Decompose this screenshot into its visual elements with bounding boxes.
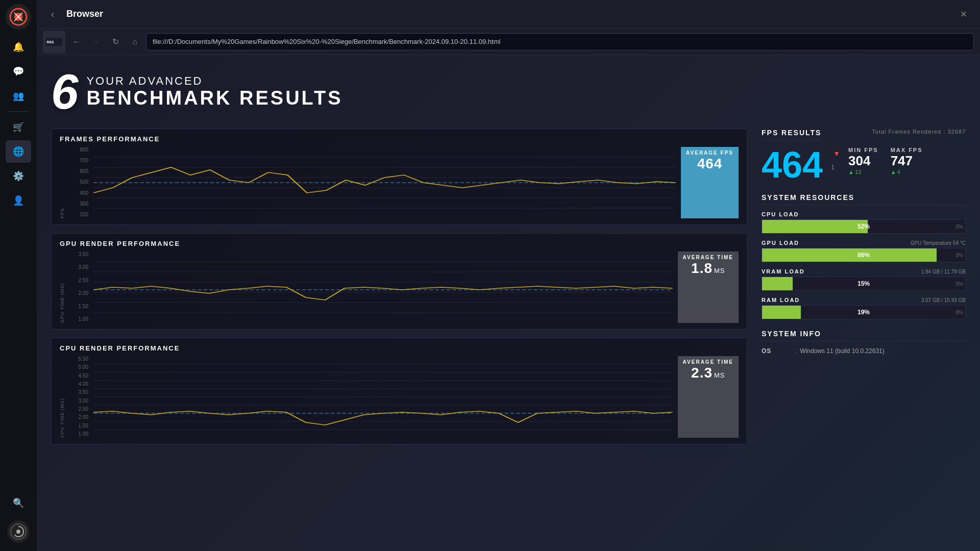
benchmark-page: 6 YOUR ADVANCED BENCHMARK RESULTS FRAMES… bbox=[37, 55, 980, 551]
fps-min-value: 304 bbox=[848, 153, 878, 169]
fps-min-change: ▲ 13 bbox=[848, 169, 878, 175]
fps-change-value: 1 bbox=[831, 164, 840, 171]
bell-icon: 🔔 bbox=[13, 41, 24, 53]
fps-max-stat: MAX FPS 747 ▲ 4 bbox=[891, 147, 923, 175]
frames-chart-area bbox=[93, 147, 676, 218]
gpu-load-item: GPU LOAD GPU Temperature 54 °C 86% 0% bbox=[762, 240, 966, 262]
window-title: Browser bbox=[66, 9, 955, 19]
sidebar-item-chat[interactable]: 💬 bbox=[6, 60, 31, 83]
fps-min-label: MIN FPS bbox=[848, 147, 878, 153]
vram-load-item: VRAM LOAD 1.84 GB / 11.79 GB 15% 0% bbox=[762, 268, 966, 291]
profile-icon: 👤 bbox=[13, 195, 24, 206]
fps-main: 464 ▼ 1 MIN FPS 304 ▲ bbox=[762, 146, 966, 183]
cpu-y-axis: 5.50 5.00 4.50 4.00 3.50 3.00 2.50 2.00 … bbox=[72, 356, 88, 438]
frames-y-axis: 800 700 600 500 400 300 200 bbox=[72, 147, 88, 218]
gpu-render-section: GPU RENDER PERFORMANCE GPU TIME (MS) 3.5… bbox=[51, 233, 747, 330]
fps-max-change: ▲ 4 bbox=[891, 169, 923, 175]
bench-columns: FRAMES PERFORMANCE FPS 800 700 600 500 4… bbox=[51, 129, 966, 444]
sidebar-item-notifications[interactable]: 🔔 bbox=[6, 36, 31, 58]
sidebar-item-profile[interactable]: 👤 bbox=[6, 189, 31, 212]
ram-load-bar-label: 19% bbox=[857, 309, 870, 316]
gear-icon: ⚙️ bbox=[13, 170, 24, 182]
frames-average-badge: AVERAGE FPS 464 bbox=[681, 147, 739, 218]
cpu-load-bar-bg: 52% 0% bbox=[762, 219, 966, 234]
game-icon: R6S bbox=[43, 31, 65, 53]
vram-load-bar-label: 15% bbox=[857, 280, 870, 287]
frames-badge-value: 464 bbox=[686, 157, 733, 171]
sys-info-os-colon: : bbox=[795, 347, 797, 355]
bench-header: 6 YOUR ADVANCED BENCHMARK RESULTS bbox=[51, 67, 966, 116]
vram-load-bar-fill bbox=[762, 277, 793, 290]
fps-change-arrow: ▼ bbox=[833, 149, 840, 158]
svg-point-3 bbox=[16, 530, 20, 534]
gpu-chart-title: GPU RENDER PERFORMANCE bbox=[60, 240, 739, 247]
fps-average-value: 464 bbox=[762, 146, 823, 183]
sidebar-item-settings[interactable]: ⚙️ bbox=[6, 165, 31, 187]
fps-change-area: ▼ 1 bbox=[831, 149, 840, 177]
cpu-load-header: CPU LOAD bbox=[762, 211, 966, 217]
svg-text:R6S: R6S bbox=[47, 40, 54, 44]
fps-results-title: FPS RESULTS bbox=[762, 129, 821, 140]
bench-number: 6 bbox=[51, 67, 78, 116]
bench-title: YOUR ADVANCED BENCHMARK RESULTS bbox=[86, 74, 342, 109]
gpu-average-badge: AVERAGE TIME 1.8MS bbox=[678, 252, 739, 323]
gpu-load-label: GPU LOAD bbox=[762, 240, 799, 246]
url-input[interactable] bbox=[146, 33, 974, 51]
vram-load-info: 1.84 GB / 11.79 GB bbox=[921, 269, 966, 274]
ram-load-bar-fill bbox=[762, 306, 801, 319]
gpu-chart-area bbox=[93, 252, 673, 323]
ubisoft-logo bbox=[7, 520, 30, 543]
cpu-chart-title: CPU RENDER PERFORMANCE bbox=[60, 344, 739, 352]
fps-minmax: MIN FPS 304 ▲ 13 MAX FPS 747 bbox=[848, 147, 923, 175]
home-button[interactable]: ⌂ bbox=[127, 34, 143, 50]
sys-info-os-value: Windows 11 (build 10.0.22631) bbox=[800, 347, 884, 355]
ram-load-zero: 0% bbox=[956, 310, 963, 315]
nav-bar: R6S ← → ↻ ⌂ bbox=[37, 29, 980, 55]
sidebar-item-search[interactable]: 🔍 bbox=[6, 492, 31, 514]
cpu-y-label: CPU TIME (MS) bbox=[60, 356, 65, 438]
bench-left: FRAMES PERFORMANCE FPS 800 700 600 500 4… bbox=[51, 129, 747, 444]
cpu-badge-value: 2.3MS bbox=[683, 366, 733, 380]
bench-title-line2: BENCHMARK RESULTS bbox=[86, 88, 342, 109]
vram-load-header: VRAM LOAD 1.84 GB / 11.79 GB bbox=[762, 268, 966, 274]
main-window: ‹ Browser × R6S ← → ↻ ⌂ 6 YOUR ADVANCED … bbox=[37, 0, 980, 551]
gpu-y-label: GPU TIME (MS) bbox=[60, 252, 65, 323]
fps-max-value: 747 bbox=[891, 153, 923, 169]
gpu-y-axis: 3.50 3.00 2.50 2.00 1.50 1.00 bbox=[72, 252, 88, 323]
gpu-badge-label: AVERAGE TIME bbox=[683, 255, 733, 260]
vram-load-label: VRAM LOAD bbox=[762, 268, 805, 274]
fps-min-stat: MIN FPS 304 ▲ 13 bbox=[848, 147, 878, 175]
gpu-load-bar-fill bbox=[762, 248, 937, 262]
title-bar: ‹ Browser × bbox=[37, 0, 980, 29]
ram-load-info: 3.07 GB / 15.93 GB bbox=[921, 297, 966, 303]
ram-load-label: RAM LOAD bbox=[762, 297, 800, 303]
frames-performance-section: FRAMES PERFORMANCE FPS 800 700 600 500 4… bbox=[51, 129, 747, 225]
title-back-button[interactable]: ‹ bbox=[45, 7, 60, 22]
store-icon: 🛒 bbox=[13, 121, 24, 133]
frames-y-label: FPS bbox=[60, 147, 65, 218]
gpu-load-info: GPU Temperature 54 °C bbox=[911, 240, 966, 246]
gpu-chart-container: GPU TIME (MS) 3.50 3.00 2.50 2.00 1.50 1… bbox=[60, 252, 739, 323]
reload-button[interactable]: ↻ bbox=[107, 34, 124, 50]
globe-icon: 🌐 bbox=[13, 146, 24, 157]
back-button[interactable]: ← bbox=[68, 34, 85, 50]
close-button[interactable]: × bbox=[955, 6, 972, 22]
forward-button[interactable]: → bbox=[88, 34, 104, 50]
system-resources-section: SYSTEM RESOURCES CPU LOAD 52% 0% bbox=[762, 193, 966, 319]
search-icon: 🔍 bbox=[13, 497, 24, 509]
sidebar-item-store[interactable]: 🛒 bbox=[6, 116, 31, 138]
sidebar-item-friends[interactable]: 👥 bbox=[6, 85, 31, 107]
cpu-badge-label: AVERAGE TIME bbox=[683, 359, 733, 365]
sys-resources-title: SYSTEM RESOURCES bbox=[762, 193, 966, 205]
content-area: 6 YOUR ADVANCED BENCHMARK RESULTS FRAMES… bbox=[37, 55, 980, 551]
friends-icon: 👥 bbox=[13, 90, 24, 102]
fps-max-label: MAX FPS bbox=[891, 147, 923, 153]
cpu-render-section: CPU RENDER PERFORMANCE CPU TIME (MS) 5.5… bbox=[51, 338, 747, 444]
sidebar-item-web[interactable]: 🌐 bbox=[6, 140, 31, 163]
app-logo bbox=[6, 4, 31, 30]
ram-load-bar-bg: 19% 0% bbox=[762, 305, 966, 319]
sidebar-divider bbox=[8, 111, 29, 112]
gpu-load-zero: 0% bbox=[956, 253, 963, 258]
fps-total-frames: Total Frames Rendered : 32687 bbox=[872, 129, 966, 135]
gpu-badge-value: 1.8MS bbox=[683, 261, 733, 276]
